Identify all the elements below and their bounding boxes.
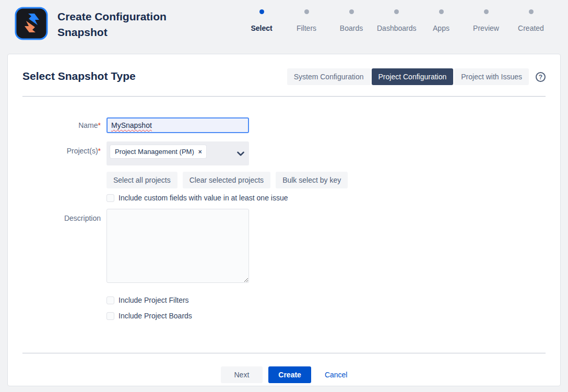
step-dot (259, 9, 264, 14)
snapshot-type-tabs: System Configuration Project Configurati… (287, 68, 529, 85)
include-custom-fields-checkbox[interactable] (106, 194, 114, 202)
include-project-filters-checkbox[interactable] (106, 296, 114, 304)
chip-remove-icon[interactable]: × (198, 149, 202, 155)
project-chip: Project Management (PM) × (110, 145, 206, 158)
step-dashboards[interactable]: Dashboards (374, 7, 419, 34)
required-asterisk: * (98, 121, 101, 129)
step-dot (484, 9, 489, 14)
step-preview[interactable]: Preview (464, 7, 508, 34)
project-chip-label: Project Management (PM) (115, 148, 194, 156)
step-dot (394, 9, 399, 14)
description-textarea[interactable] (106, 209, 249, 283)
projects-multiselect[interactable]: Project Management (PM) × (106, 141, 249, 165)
chevron-down-icon[interactable] (237, 151, 244, 156)
wizard-stepper: Select Filters Boards Dashboards Apps Pr… (239, 7, 553, 34)
step-boards[interactable]: Boards (329, 7, 374, 34)
name-input[interactable]: MySnapshot (106, 117, 249, 133)
page-title: Create Configuration Snapshot (57, 7, 197, 40)
tab-project-with-issues[interactable]: Project with Issues (454, 68, 529, 85)
section-heading: Select Snapshot Type (22, 68, 136, 82)
help-icon[interactable]: ? (536, 72, 546, 82)
configuration-manager-logo-icon (15, 7, 48, 40)
name-label: Name* (22, 117, 101, 129)
description-label: Description (22, 209, 101, 222)
step-dot (529, 9, 534, 14)
next-button[interactable]: Next (221, 366, 263, 383)
step-dot (349, 9, 354, 14)
step-dot (304, 9, 309, 14)
include-project-boards-label: Include Project Boards (119, 312, 192, 320)
app-logo (15, 7, 48, 40)
include-custom-fields-label: Include custom fields with value in at l… (119, 194, 288, 202)
tab-project-configuration[interactable]: Project Configuration (372, 68, 454, 85)
step-select[interactable]: Select (239, 7, 284, 34)
snapshot-form: Name* MySnapshot Project(s)* Project Man… (22, 117, 546, 320)
step-created[interactable]: Created (508, 7, 553, 34)
app-header: Create Configuration Snapshot Select Fil… (0, 0, 568, 54)
step-apps[interactable]: Apps (419, 7, 464, 34)
header-divider (22, 96, 546, 97)
include-project-filters-label: Include Project Filters (119, 296, 189, 304)
snapshot-card: Select Snapshot Type System Configuratio… (7, 54, 561, 386)
tab-system-configuration[interactable]: System Configuration (287, 68, 371, 85)
required-asterisk: * (98, 147, 101, 155)
clear-selected-projects-button[interactable]: Clear selected projects (183, 172, 270, 188)
select-all-projects-button[interactable]: Select all projects (106, 172, 178, 188)
cancel-link[interactable]: Cancel (325, 371, 348, 379)
bulk-select-by-key-button[interactable]: Bulk select by key (276, 172, 348, 188)
footer-actions: Next Create Cancel (22, 353, 546, 383)
projects-label: Project(s)* (22, 141, 101, 155)
name-input-value: MySnapshot (111, 121, 152, 129)
step-dot (439, 9, 444, 14)
step-filters[interactable]: Filters (284, 7, 329, 34)
include-project-boards-checkbox[interactable] (106, 312, 114, 320)
create-button[interactable]: Create (268, 366, 311, 383)
